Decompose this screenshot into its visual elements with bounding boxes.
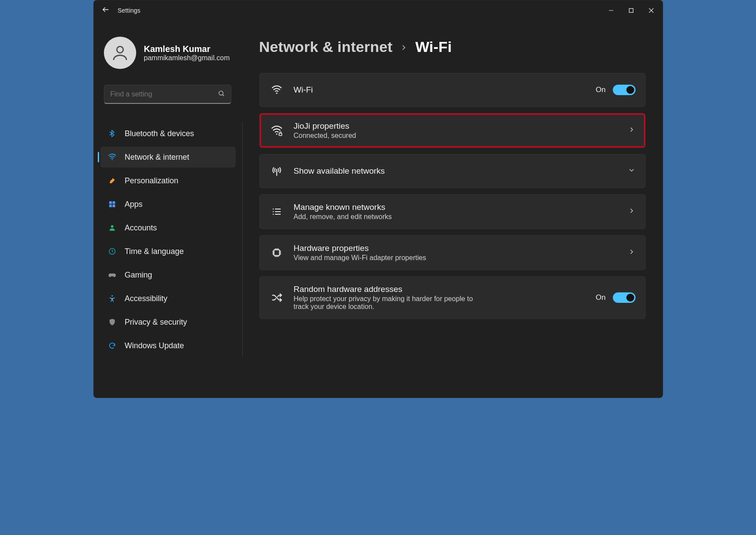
breadcrumb-current: Wi-Fi [415,38,452,55]
wifi-toggle[interactable] [613,85,636,95]
card-wifi-toggle[interactable]: Wi-Fi On [259,73,646,107]
sidebar-item-time-language[interactable]: Time & language [100,241,236,262]
main-content: Network & internet Wi-Fi Wi-Fi On [242,21,663,398]
sidebar-scrollbar[interactable] [242,122,243,357]
bluetooth-icon [107,129,117,138]
sidebar-item-personalization[interactable]: Personalization [100,170,236,191]
card-subtitle: Add, remove, and edit networks [294,213,392,221]
antenna-icon [269,164,284,178]
sidebar-item-bluetooth-devices[interactable]: Bluetooth & devices [100,123,236,144]
svg-line-7 [223,95,224,96]
svg-rect-11 [109,205,112,207]
sidebar-item-privacy-security[interactable]: Privacy & security [100,312,236,333]
card-title: Random hardware addresses [294,285,477,294]
svg-rect-1 [609,10,613,11]
wifi-icon [107,152,117,162]
sidebar-item-label: Accounts [125,223,157,233]
sidebar-item-label: Personalization [125,176,179,185]
nav: Bluetooth & devices Network & internet P… [93,120,242,359]
back-button[interactable] [96,1,115,20]
clock-icon [107,247,117,256]
svg-point-16 [276,93,277,94]
chevron-right-icon [628,248,636,257]
wifi-secured-icon [269,123,284,138]
profile-text: Kamlesh Kumar pammikamlesh@gmail.com [144,44,230,62]
chevron-down-icon [628,166,636,176]
person-icon [107,223,117,233]
card-hardware-properties[interactable]: Hardware properties View and manage Wi-F… [259,235,646,270]
svg-rect-9 [109,201,112,204]
sidebar-item-label: Accessibility [125,294,168,303]
svg-point-25 [272,211,273,212]
update-icon [107,341,117,350]
profile[interactable]: Kamlesh Kumar pammikamlesh@gmail.com [93,37,242,77]
profile-email: pammikamlesh@gmail.com [144,54,230,62]
search-field[interactable] [110,90,218,98]
wifi-icon [269,82,284,97]
shield-icon [107,317,117,327]
card-subtitle: Connected, secured [294,132,356,140]
card-random-hw-addresses[interactable]: Random hardware addresses Help protect y… [259,276,646,319]
sidebar-item-apps[interactable]: Apps [100,194,236,215]
sidebar-item-label: Time & language [125,247,184,256]
svg-rect-10 [112,201,115,204]
sidebar-item-accounts[interactable]: Accounts [100,217,236,238]
profile-name: Kamlesh Kumar [144,44,230,54]
gamepad-icon [107,270,117,280]
sidebar-item-gaming[interactable]: Gaming [100,264,236,285]
avatar [104,37,136,69]
svg-rect-2 [629,9,633,13]
titlebar: Settings [93,0,663,21]
card-subtitle: Help protect your privacy by making it h… [294,295,477,311]
sidebar-item-label: Network & internet [125,153,189,162]
breadcrumb-parent[interactable]: Network & internet [259,38,393,55]
card-known-networks[interactable]: Manage known networks Add, remove, and e… [259,194,646,229]
sidebar-item-label: Gaming [125,271,152,280]
sidebar-item-label: Apps [125,200,143,209]
svg-point-6 [219,91,223,95]
settings-window: Settings Kamlesh Kumar pammikamlesh@gma [93,0,663,398]
sidebar-item-windows-update[interactable]: Windows Update [100,335,236,356]
chevron-right-icon [628,207,636,216]
search-input[interactable] [104,85,231,104]
card-title: JioJi properties [294,121,356,131]
card-title: Wi-Fi [294,85,313,95]
card-title: Show available networks [294,166,385,176]
svg-point-5 [117,46,123,53]
sidebar-item-label: Bluetooth & devices [125,129,194,138]
chevron-right-icon [399,40,408,55]
svg-point-8 [111,159,113,161]
random-hw-state-label: On [596,293,606,302]
card-available-networks[interactable]: Show available networks [259,154,646,188]
card-current-network[interactable]: JioJi properties Connected, secured [259,113,646,148]
arrow-left-icon [102,6,110,15]
card-subtitle: View and manage Wi-Fi adapter properties [294,254,426,262]
sidebar: Kamlesh Kumar pammikamlesh@gmail.com [93,21,242,398]
svg-point-20 [276,169,277,170]
window-controls [601,3,661,17]
maximize-button[interactable] [621,3,641,17]
sidebar-item-network-internet[interactable]: Network & internet [100,147,236,168]
svg-point-13 [111,225,113,228]
apps-icon [107,199,117,209]
svg-point-17 [276,134,277,135]
svg-point-26 [272,214,273,215]
close-button[interactable] [641,3,661,17]
card-title: Hardware properties [294,243,426,253]
sidebar-item-label: Privacy & security [125,318,187,327]
sidebar-item-label: Windows Update [125,341,184,350]
svg-point-24 [272,209,273,209]
chip-icon [269,245,284,260]
accessibility-icon [107,294,117,303]
wifi-state-label: On [596,86,606,94]
minimize-button[interactable] [601,3,621,17]
paintbrush-icon [107,176,117,185]
sidebar-item-accessibility[interactable]: Accessibility [100,288,236,309]
svg-rect-27 [274,250,279,256]
card-title: Manage known networks [294,202,392,212]
chevron-right-icon [628,126,636,135]
random-hw-toggle[interactable] [613,292,636,303]
breadcrumb: Network & internet Wi-Fi [259,38,646,55]
window-title: Settings [118,7,141,14]
shuffle-icon [269,290,284,305]
